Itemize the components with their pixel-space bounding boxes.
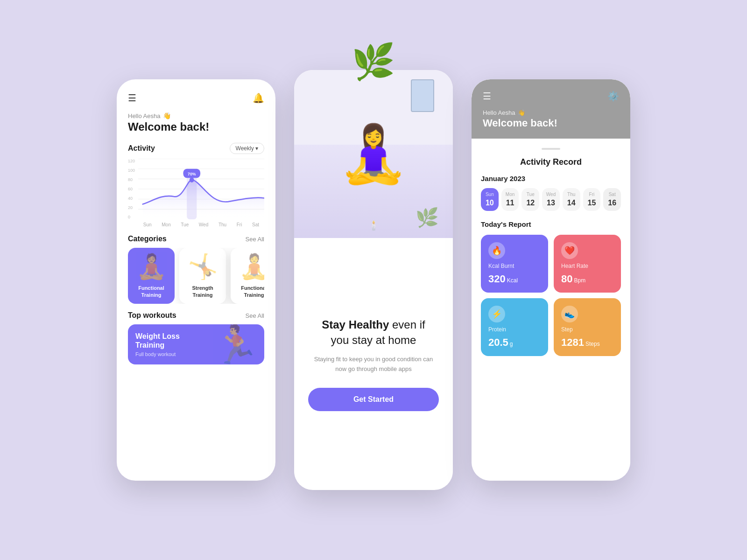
wave-emoji: 👋 (163, 112, 171, 119)
drag-handle (542, 148, 560, 150)
chart-y-labels: 120 100 80 60 40 20 0 (128, 159, 135, 219)
chart-svg: 70% (138, 159, 264, 219)
phone3-settings-icon[interactable]: ⚙️ (607, 91, 619, 102)
todays-report-title: Today's Report (481, 220, 621, 228)
categories-see-all[interactable]: See All (246, 236, 264, 243)
phone-2: 🌿 🧘‍♀️ 🕯️ Stay Healthy even ifyou stay a… (294, 70, 453, 490)
report-grid: 🔥 Kcal Burnt 320 Kcal ❤️ Heart Rate 80 B… (481, 235, 621, 356)
report-card-kcal: 🔥 Kcal Burnt 320 Kcal (481, 235, 548, 293)
top-workouts-see-all[interactable]: See All (246, 312, 264, 319)
category-figure-3: 🧘 (239, 252, 265, 281)
kcal-icon: 🔥 (488, 242, 505, 259)
protein-value: 20.5 g (488, 336, 541, 349)
heart-icon: ❤️ (561, 242, 578, 259)
calendar-row: Sun 10 Mon 11 Tue 12 Wed 13 Thu 14 Fri 1… (481, 188, 621, 211)
phone3-wave-emoji: 👋 (518, 109, 525, 116)
category-card-3[interactable]: 🧘 FunctionalTraining (231, 248, 264, 304)
phone3-header-top: ☰ ⚙️ (483, 91, 619, 102)
category-label-1: FunctionalTraining (138, 285, 164, 298)
category-figure-2: 🤸 (188, 252, 218, 281)
hamburger-icon[interactable]: ☰ (128, 92, 136, 104)
activity-record-title: Activity Record (481, 157, 621, 167)
phone1-header: ☰ 🔔 (128, 92, 264, 104)
protein-icon: ⚡ (488, 306, 505, 322)
phone3-hamburger-icon[interactable]: ☰ (483, 91, 491, 102)
cal-day-thu[interactable]: Thu 14 (563, 188, 580, 211)
kcal-label: Kcal Burnt (488, 263, 541, 269)
plant-decoration: 🌿 (352, 44, 395, 79)
activity-chart: 120 100 80 60 40 20 0 (128, 159, 264, 219)
bell-icon[interactable]: 🔔 (253, 92, 264, 104)
top-workouts-header: Top workouts See All (128, 311, 264, 320)
svg-point-7 (190, 177, 194, 182)
phone3-greeting-text: Hello Aesha (483, 109, 515, 116)
phone3-welcome-title: Welcome back! (483, 117, 619, 129)
phone-3: ☰ ⚙️ Hello Aesha 👋 Welcome back! Activit… (472, 79, 630, 481)
greeting-text: Hello Aesha (128, 112, 160, 119)
workout-subtitle: Full body workout (135, 351, 180, 357)
category-card-1[interactable]: 🧘 FunctionalTraining (128, 248, 175, 304)
welcome-title: Welcome back! (128, 120, 264, 133)
workout-info: Weight LossTraining Full body workout (135, 332, 180, 357)
category-figure-1: 🧘 (136, 252, 167, 281)
report-card-heart: ❤️ Heart Rate 80 Bpm (554, 235, 621, 293)
step-icon: 👟 (561, 306, 578, 322)
window-illustration (411, 79, 434, 112)
phone3-body: Activity Record January 2023 Sun 10 Mon … (472, 139, 630, 481)
step-label: Step (561, 326, 613, 333)
cal-day-tue[interactable]: Tue 12 (521, 188, 539, 211)
phone-1: ☰ 🔔 Hello Aesha 👋 Welcome back! Activity… (117, 79, 275, 481)
greeting: Hello Aesha 👋 (128, 112, 264, 119)
candle: 🕯️ (368, 220, 380, 231)
cal-day-sun[interactable]: Sun 10 (481, 188, 499, 211)
phone3-header: ☰ ⚙️ Hello Aesha 👋 Welcome back! (472, 79, 630, 139)
step-value: 1281 Steps (561, 336, 613, 349)
top-workouts-title: Top workouts (128, 311, 176, 320)
categories-header: Categories See All (128, 235, 264, 243)
report-card-protein: ⚡ Protein 20.5 g (481, 298, 548, 356)
yoga-figure: 🧘‍♀️ (338, 121, 409, 187)
chart-x-labels: Sun Mon Tue Wed Thu Fri Sat (128, 222, 264, 227)
heart-label: Heart Rate (561, 263, 613, 269)
cal-day-mon[interactable]: Mon 11 (501, 188, 519, 211)
month-label: January 2023 (481, 175, 621, 182)
weekly-filter-button[interactable]: Weekly ▾ (230, 143, 264, 154)
cal-day-sat[interactable]: Sat 16 (603, 188, 621, 211)
phone2-image-area: 🌿 🧘‍♀️ 🕯️ (294, 70, 453, 238)
workout-figure: 🏃 (213, 324, 260, 364)
phone2-wrapper: 🌿 🌿 🧘‍♀️ 🕯️ Stay Healthy even ifyou stay… (294, 70, 453, 490)
heart-value: 80 Bpm (561, 273, 613, 285)
category-label-3: FunctionalTraining (241, 285, 264, 298)
categories-section: Categories See All 🧘 FunctionalTraining … (128, 235, 264, 304)
report-card-step: 👟 Step 1281 Steps (554, 298, 621, 356)
workout-card-1[interactable]: Weight LossTraining Full body workout 🏃 (128, 324, 264, 364)
category-card-2[interactable]: 🤸 StrengthTraining (179, 248, 226, 304)
svg-text:70%: 70% (188, 171, 196, 176)
plant-pot: 🌿 (416, 207, 439, 229)
categories-title: Categories (128, 235, 167, 243)
cal-day-wed[interactable]: Wed 13 (542, 188, 560, 211)
top-workouts-section: Top workouts See All Weight LossTraining… (128, 311, 264, 468)
categories-list: 🧘 FunctionalTraining 🤸 StrengthTraining … (128, 248, 264, 304)
stay-healthy-subtitle: Staying fit to keep you in good conditio… (308, 355, 439, 374)
activity-section-header: Activity Weekly ▾ (128, 143, 264, 154)
workout-title: Weight LossTraining (135, 332, 180, 350)
headline-bold: Stay Healthy (322, 318, 389, 331)
activity-title: Activity (128, 144, 155, 153)
category-label-2: StrengthTraining (192, 285, 213, 298)
phone2-content: Stay Healthy even ifyou stay at home Sta… (294, 238, 453, 490)
protein-label: Protein (488, 326, 541, 333)
cal-day-fri[interactable]: Fri 15 (583, 188, 601, 211)
phone3-greeting: Hello Aesha 👋 (483, 109, 619, 116)
get-started-button[interactable]: Get Started (308, 388, 439, 411)
stay-healthy-headline: Stay Healthy even ifyou stay at home (322, 317, 425, 348)
kcal-value: 320 Kcal (488, 273, 541, 285)
